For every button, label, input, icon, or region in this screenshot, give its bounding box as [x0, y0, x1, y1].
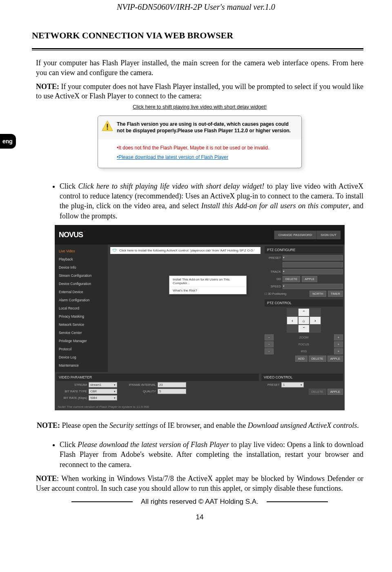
zoom-minus[interactable]: − [265, 334, 274, 341]
txt: . [357, 421, 359, 430]
sidebar-item-stream-config[interactable]: Stream Configuration [55, 272, 108, 280]
sidebar-item-privacy-masking[interactable]: Privacy Masking [55, 312, 108, 320]
dpad-down[interactable]: ˇ [298, 325, 310, 333]
txt: Click [60, 182, 78, 190]
focus-minus[interactable]: − [265, 341, 274, 347]
focus-plus[interactable]: + [334, 341, 343, 347]
ptz-add-button[interactable]: ADD [295, 356, 307, 362]
ptz-apple-button[interactable]: APPLE [302, 276, 317, 282]
iris-minus[interactable]: − [265, 348, 274, 354]
vp-stream-select[interactable]: stream1 [89, 382, 117, 387]
vc-delete-button[interactable]: DELETE [309, 389, 326, 395]
ptz-track-select[interactable] [283, 269, 343, 274]
sidebar-item-local-record[interactable]: Local Record [55, 304, 108, 312]
novus-logo: NOVUS˘ [59, 231, 85, 239]
ptz-timer-button[interactable]: TIMER [328, 291, 343, 297]
ptz-speed-select[interactable] [283, 284, 343, 289]
shield-icon: 🛡 [113, 248, 117, 253]
section-rule [32, 48, 363, 51]
sidebar-item-alarm-config[interactable]: Alarm Configuration [55, 296, 108, 304]
activex-install-text: Click here to install the following Acti… [119, 249, 255, 252]
footer-rule: All rights reserved © AAT Holding S.A. [36, 498, 363, 506]
cam-right-panel: PTZ CONFIGURE PRESET TRACK DD DELETE APP… [263, 245, 345, 372]
vp-brt-label: BIT RATE TYPE [56, 389, 87, 393]
language-tab: eng [0, 134, 16, 149]
vp-ifi-field[interactable]: 23 [158, 382, 186, 387]
note-label: NOTE: [37, 421, 60, 430]
vc-preset-label: PRESET [261, 383, 280, 387]
sidebar-item-live-video[interactable]: Live Video [55, 247, 108, 255]
flash-warning-header: The Flash version you are using is out-o… [98, 116, 301, 140]
sign-out-button[interactable]: SIGN OUT [316, 231, 341, 239]
sidebar-item-network-service[interactable]: Network Service [55, 320, 108, 329]
cam-header: NOVUS˘ CHANGE PASSWORD SIGN OUT [55, 225, 345, 245]
note-label: NOTE [36, 474, 57, 483]
ptz-preset-label: PRESET [265, 256, 281, 260]
ptz-delete-button2[interactable]: DELETE [309, 356, 326, 362]
vc-preset-select[interactable]: 1 [281, 382, 304, 387]
shift-playing-link[interactable]: Click here to shift playing live video w… [36, 104, 363, 110]
ptz-delete-button[interactable]: DELETE [283, 276, 300, 282]
copyright-text: All rights reserved © AAT Holding S.A. [141, 498, 258, 506]
sidebar-item-protocol[interactable]: Protocol [55, 345, 108, 353]
sidebar-item-privilege-manager[interactable]: Privilege Manager [55, 337, 108, 345]
sidebar-item-playback[interactable]: Playback [55, 255, 108, 263]
ptz-preset-select[interactable] [283, 255, 343, 260]
cam-footer-note: Note! The current version of Flash Playe… [55, 403, 345, 410]
ptz-3d-positioning[interactable]: ☐ 3D Positioning [265, 292, 286, 296]
note-flash-missing: NOTE: If your computer does not have Fla… [36, 82, 363, 101]
dpad-left[interactable]: ‹ [287, 316, 298, 325]
flash-warning-text: The Flash version you are using is out-o… [117, 121, 291, 134]
ctx-whats-the-risk[interactable]: What's the Risk? [169, 287, 246, 294]
dpad-up[interactable]: ˆ [298, 308, 310, 316]
note-security-settings: NOTE: Please open the Security settings … [37, 420, 363, 431]
vp-stream-label: STREAM [56, 383, 87, 387]
ptz-configure-title: PTZ CONFIGURE [265, 246, 343, 254]
txt-italic: Please download the latest version of Fl… [78, 441, 229, 449]
note-body: If your computer does not have Flash Pla… [36, 82, 363, 100]
ptz-dd-label: DD [265, 277, 281, 281]
txt-italic: Security settings [109, 421, 158, 430]
bullet-flash-download: Click Please download the latest version… [60, 440, 363, 470]
flash-download-link[interactable]: •Please download the latest version of F… [117, 153, 296, 162]
txt: of IE browser, and enable the [158, 421, 247, 430]
txt: Please open the [60, 421, 109, 430]
flash-not-found-text: •It does not find the Flash Player, Mayb… [117, 143, 296, 153]
section-heading: NETWORK CONNECTION VIA WEB BROWSER [32, 30, 363, 41]
zoom-plus[interactable]: + [334, 334, 343, 341]
page-number: 14 [36, 513, 363, 521]
txt: Click [60, 441, 78, 449]
doc-header-title: NVIP-6DN5060V/IRH-2P User's manual ver.1… [0, 0, 392, 12]
ptz-field[interactable] [283, 262, 343, 267]
logo-swoosh-icon: ˘ [84, 230, 85, 235]
video-control-title: VIDEO CONTROL [261, 374, 343, 381]
zoom-label: ZOOM [274, 336, 334, 339]
vp-q-field[interactable]: 5 [158, 389, 186, 394]
bullet-activex: Click Click here to shift playing life v… [60, 181, 363, 221]
logo-text: NOVUS [59, 231, 83, 239]
cam-main-area: 🛡 Click here to install the following Ac… [108, 245, 263, 372]
change-password-button[interactable]: CHANGE PASSWORD [274, 231, 316, 239]
iris-plus[interactable]: + [334, 348, 343, 354]
vc-apple-button[interactable]: APPLE [327, 389, 343, 395]
sidebar-item-device-info[interactable]: Device Info [55, 263, 108, 272]
activex-context-menu: Install This Add-on for All Users on Thi… [169, 276, 247, 294]
sidebar-item-service-center[interactable]: Service Center [55, 329, 108, 337]
vp-brt-select[interactable]: CBR [89, 389, 117, 394]
sidebar-item-maintenance[interactable]: Maintenance [55, 361, 108, 369]
vp-br-select[interactable]: 5084 [89, 395, 117, 401]
sidebar-item-device-log[interactable]: Device Log [55, 353, 108, 361]
txt-italic: Download unsigned ActiveX controls [248, 421, 357, 430]
activex-install-bar[interactable]: 🛡 Click here to install the following Ac… [110, 247, 261, 254]
dpad-right[interactable]: › [310, 316, 321, 325]
sidebar-item-device-config[interactable]: Device Configuration [55, 280, 108, 288]
ctx-install-all-users[interactable]: Install This Add-on for All Users on Thi… [169, 276, 246, 287]
ptz-control-title: PTZ CONTROL [265, 299, 343, 307]
dpad-home[interactable]: ⌂ [298, 316, 310, 325]
ptz-apple-button2[interactable]: APPLE [327, 356, 343, 362]
vp-br-label: BIT RATE (Kbps) [56, 396, 87, 400]
sidebar-item-external-device[interactable]: External Device [55, 288, 108, 296]
ptz-north-button[interactable]: NORTH [310, 291, 326, 297]
ptz-track-label: TRACK [265, 270, 281, 274]
video-parameter-title: VIDEO PARAMETER [56, 374, 259, 381]
